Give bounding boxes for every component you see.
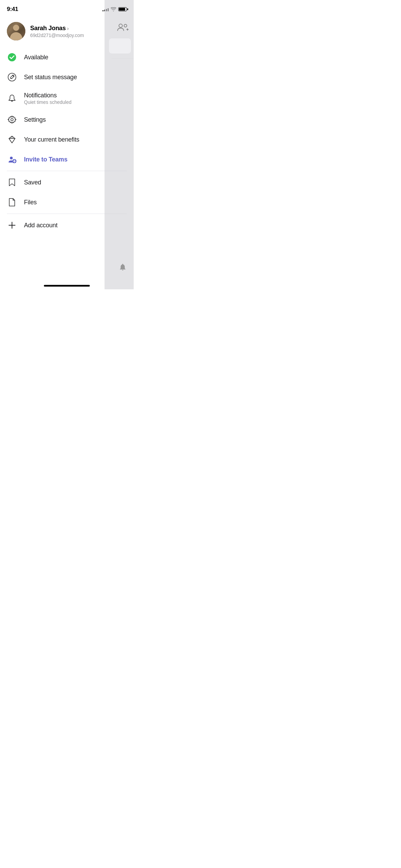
- svg-marker-9: [9, 136, 15, 143]
- svg-point-8: [11, 119, 13, 121]
- svg-point-0: [119, 24, 122, 27]
- plus-icon: [7, 220, 17, 230]
- home-indicator: [44, 285, 90, 287]
- file-icon: [7, 197, 17, 207]
- edit-icon: [7, 72, 17, 82]
- right-panel-button: [109, 38, 131, 53]
- profile-chevron-icon: ›: [67, 26, 69, 31]
- right-panel-icon: [114, 19, 131, 36]
- right-panel-divider2: [112, 262, 134, 272]
- right-panel-overlay: [105, 0, 134, 289]
- check-circle-icon: [7, 52, 17, 62]
- bookmark-icon: [7, 177, 17, 188]
- battery-icon: [118, 7, 127, 11]
- right-panel-divider1: [112, 58, 134, 59]
- gear-icon: [7, 114, 17, 125]
- svg-point-5: [8, 73, 16, 81]
- invite-icon: [7, 154, 17, 165]
- svg-point-1: [124, 24, 127, 27]
- svg-point-13: [10, 157, 13, 159]
- status-time: 9:41: [7, 6, 18, 13]
- bell-icon: [7, 93, 17, 104]
- profile-name: Sarah Jonas: [30, 25, 66, 32]
- diamond-icon: [7, 134, 17, 145]
- svg-point-4: [8, 53, 16, 61]
- avatar: [7, 22, 25, 40]
